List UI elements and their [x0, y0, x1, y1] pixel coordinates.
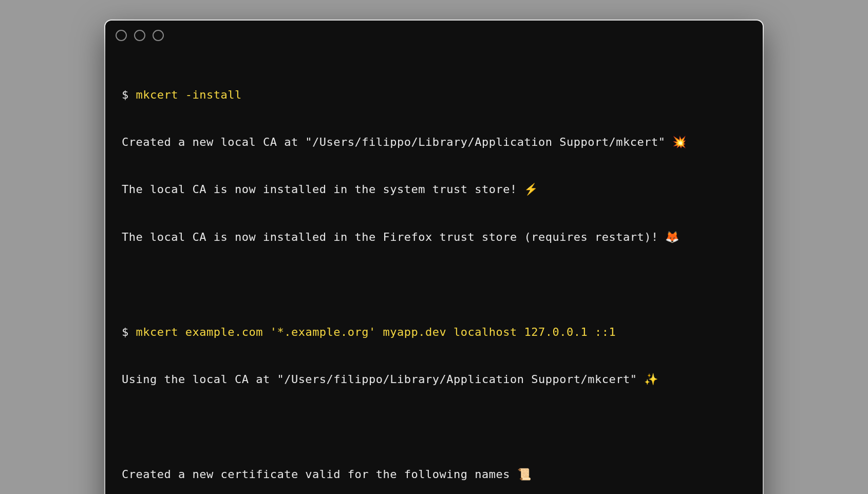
window-titlebar [105, 21, 763, 41]
output-line: The local CA is now installed in the Fir… [122, 230, 746, 245]
blank-line [122, 419, 746, 435]
prompt: $ [122, 88, 136, 101]
output-line: Created a new certificate valid for the … [122, 467, 746, 483]
prompt: $ [122, 326, 136, 338]
terminal-window: $ mkcert -install Created a new local CA… [105, 21, 763, 494]
command-line-1: $ mkcert -install [122, 87, 746, 103]
blank-line [122, 277, 746, 293]
output-line: The local CA is now installed in the sys… [122, 182, 746, 198]
maximize-icon[interactable] [153, 30, 164, 41]
command-text: mkcert -install [136, 88, 242, 101]
minimize-icon[interactable] [134, 30, 145, 41]
command-line-2: $ mkcert example.com '*.example.org' mya… [122, 325, 746, 340]
close-icon[interactable] [116, 30, 127, 41]
command-text: mkcert example.com '*.example.org' myapp… [136, 326, 616, 338]
output-line: Created a new local CA at "/Users/filipp… [122, 135, 746, 150]
output-line: Using the local CA at "/Users/filippo/Li… [122, 372, 746, 388]
terminal-body[interactable]: $ mkcert -install Created a new local CA… [105, 41, 763, 494]
